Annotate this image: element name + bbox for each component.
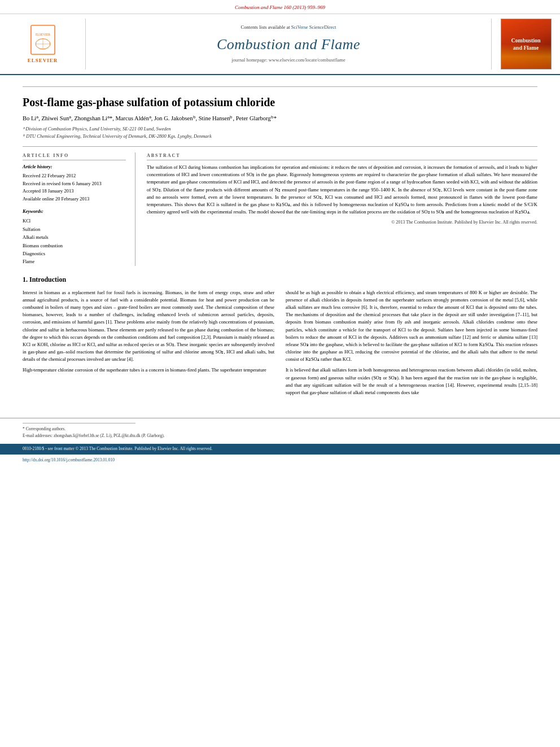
banner-text: Combustion and Flame 160 (2013) 959–969: [235, 5, 325, 10]
corresponding-note: * Corresponding authors.: [23, 426, 537, 433]
received-revised-date: Received in revised form 6 January 2013: [23, 180, 126, 188]
footer-bar: 0010-2180/$ - see front matter © 2013 Th…: [0, 444, 560, 455]
introduction-header: 1. Introduction: [23, 275, 537, 285]
elsevier-label: ELSEVIER: [28, 57, 58, 64]
affiliation-a: ᵃ Division of Combustion Physics, Lund U…: [23, 125, 537, 133]
affiliation-b: ᵇ DTU Chemical Engineering, Technical Un…: [23, 133, 537, 141]
elsevier-logo-section: ELSEVIER ELSEVIER: [7, 19, 86, 69]
intro-para-4: It is believed that alkali sulfates form…: [286, 366, 537, 396]
journal-info-center: Contents lists available at SciVerse Sci…: [86, 19, 491, 69]
introduction-section: 1. Introduction Interest in biomass as a…: [23, 275, 537, 400]
introduction-body: Interest in biomass as a replacement fue…: [23, 289, 537, 400]
svg-text:ELSEVIER: ELSEVIER: [36, 33, 50, 36]
email-note: E-mail addresses: zhongshan.li@forbrf.lt…: [23, 433, 537, 439]
footer-issn: 0010-2180/$ - see front matter © 2013 Th…: [23, 446, 212, 452]
abstract-header: ABSTRACT: [147, 152, 537, 160]
keywords-title: Keywords:: [23, 208, 126, 215]
history-title: Article history:: [23, 164, 126, 171]
copyright-line: © 2013 The Combustion Institute. Publish…: [147, 219, 537, 225]
footnotes-section: * Corresponding authors. E-mail addresse…: [0, 418, 560, 444]
footer-doi: http://dx.doi.org/10.1016/j.combustflame…: [23, 457, 115, 462]
intro-right-column: should be as high as possible to obtain …: [286, 289, 537, 400]
accepted-date: Accepted 18 January 2013: [23, 187, 126, 195]
keyword-alkali: Alkali metals: [23, 233, 126, 241]
elsevier-emblem-icon: ELSEVIER: [29, 24, 57, 55]
intro-para-1: Interest in biomass as a replacement fue…: [23, 289, 274, 364]
top-divider: [23, 86, 537, 87]
keyword-sulfation: Sulfation: [23, 225, 126, 233]
cover-title: Combustion and Flame: [509, 34, 542, 54]
sciverse-link: SciVerse ScienceDirect: [291, 24, 336, 30]
intro-para-2: High-temperature chlorine corrosion of t…: [23, 366, 274, 374]
footer-doi-line: http://dx.doi.org/10.1016/j.combustflame…: [0, 455, 560, 465]
keyword-diagnostics: Diagnostics: [23, 250, 126, 257]
keyword-kcl: KCl: [23, 217, 126, 225]
journal-homepage: journal homepage: www.elsevier.com/locat…: [231, 57, 345, 64]
article-content: Post-flame gas-phase sulfation of potass…: [0, 75, 560, 407]
intro-para-3: should be as high as possible to obtain …: [286, 289, 537, 364]
authors-line: Bo Liᵃ, Zhiwei Sunᵃ, Zhongshan Liᵃ*, Mar…: [23, 114, 537, 123]
journal-cover-section: Combustion and Flame: [491, 19, 553, 69]
keywords-section: Keywords: KCl Sulfation Alkali metals Bi…: [23, 208, 126, 266]
sciverse-line: Contents lists available at SciVerse Sci…: [241, 24, 336, 31]
article-info-header: ARTICLE INFO: [23, 152, 126, 160]
abstract-column: ABSTRACT The sulfation of KCl during bio…: [147, 152, 537, 266]
intro-left-column: Interest in biomass as a replacement fue…: [23, 289, 274, 400]
article-title: Post-flame gas-phase sulfation of potass…: [23, 95, 537, 110]
abstract-text: The sulfation of KCl during biomass comb…: [147, 164, 537, 216]
info-abstract-section: ARTICLE INFO Article history: Received 2…: [23, 152, 537, 266]
keyword-biomass: Biomass combustion: [23, 242, 126, 250]
article-history: Article history: Received 22 February 20…: [23, 164, 126, 203]
journal-cover-image: Combustion and Flame: [501, 19, 552, 69]
footnote-divider: [23, 423, 135, 423]
authors-text: Bo Liᵃ, Zhiwei Sunᵃ, Zhongshan Liᵃ*, Mar…: [23, 115, 277, 121]
journal-header: ELSEVIER ELSEVIER Contents lists availab…: [0, 14, 560, 75]
available-online-date: Available online 20 February 2013: [23, 195, 126, 203]
received-date: Received 22 February 2012: [23, 172, 126, 180]
journal-title: Combustion and Flame: [217, 34, 360, 55]
article-info-column: ARTICLE INFO Article history: Received 2…: [23, 152, 135, 266]
affiliations: ᵃ Division of Combustion Physics, Lund U…: [23, 125, 537, 141]
mid-divider: [23, 146, 537, 147]
top-banner: Combustion and Flame 160 (2013) 959–969: [0, 0, 560, 14]
keyword-flame: Flame: [23, 257, 126, 265]
